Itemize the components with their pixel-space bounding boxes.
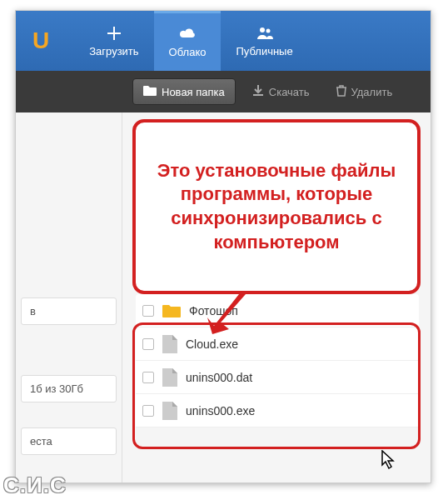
cloud-icon [177, 26, 197, 42]
download-icon [252, 85, 264, 99]
main-area: Это установочные файлы программы, которы… [122, 112, 431, 482]
sidebar-item[interactable]: еста [21, 428, 117, 455]
delete-button[interactable]: Удалить [326, 79, 403, 105]
checkbox[interactable] [142, 305, 154, 317]
annotation-callout: Это установочные файлы программы, которы… [132, 119, 421, 294]
nav-public-label: Публичные [236, 45, 292, 58]
new-folder-button[interactable]: Новая папка [132, 78, 236, 105]
arrow-icon [206, 294, 256, 336]
toolbar: Новая папка Скачать Удалить [16, 71, 431, 112]
highlight-box [132, 322, 421, 449]
nav-cloud-label: Облако [169, 46, 207, 58]
callout-text: Это установочные файлы программы, которы… [149, 159, 404, 254]
delete-label: Удалить [351, 86, 393, 98]
sidebar-item[interactable]: в [21, 298, 117, 325]
download-button[interactable]: Скачать [242, 79, 320, 105]
nav-upload[interactable]: Загрузить [74, 11, 153, 71]
trash-icon [336, 85, 346, 99]
svg-point-1 [266, 28, 270, 32]
plus-icon [104, 25, 124, 42]
sidebar: в 1б из 30Гб еста [16, 112, 122, 482]
folder-icon [162, 303, 181, 318]
top-navbar: U Загрузить Облако Публичные [16, 11, 431, 71]
nav-cloud[interactable]: Облако [154, 11, 222, 71]
sidebar-storage: 1б из 30Гб [21, 375, 117, 402]
logo: U [32, 28, 49, 54]
new-folder-label: Новая папка [162, 86, 225, 98]
download-label: Скачать [269, 86, 310, 98]
svg-point-0 [260, 28, 265, 32]
cursor-icon [381, 450, 396, 470]
people-icon [255, 25, 275, 42]
nav-upload-label: Загрузить [89, 45, 138, 58]
folder-icon [143, 85, 157, 98]
nav-public[interactable]: Публичные [221, 11, 307, 71]
watermark: С.И.С [3, 472, 67, 498]
